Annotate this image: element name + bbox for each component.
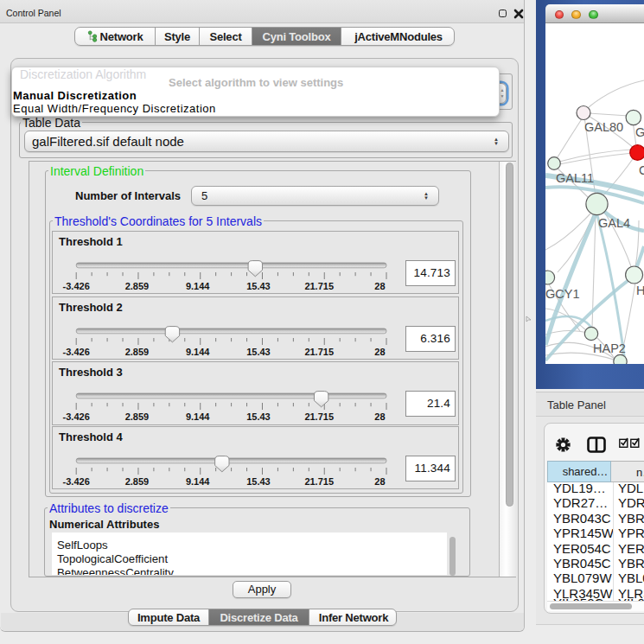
svg-text:-3.426: -3.426 <box>63 280 90 290</box>
svg-text:2.859: 2.859 <box>125 346 150 356</box>
svg-text:GAL4: GAL4 <box>598 216 630 230</box>
svg-text:2.859: 2.859 <box>125 280 150 290</box>
svg-text:2.859: 2.859 <box>125 475 150 486</box>
svg-text:21.715: 21.715 <box>304 475 334 486</box>
svg-text:GCY1: GCY1 <box>545 287 580 301</box>
svg-text:GAL80: GAL80 <box>584 120 623 134</box>
svg-text:2.859: 2.859 <box>125 411 150 422</box>
svg-text:-3.426: -3.426 <box>63 475 90 486</box>
svg-text:15.43: 15.43 <box>246 346 271 356</box>
svg-text:9.144: 9.144 <box>186 411 210 422</box>
svg-text:-3.426: -3.426 <box>63 411 90 422</box>
svg-text:28: 28 <box>374 411 385 422</box>
svg-text:HAP2: HAP2 <box>593 341 626 355</box>
svg-text:H: H <box>636 284 644 297</box>
svg-text:GAL11: GAL11 <box>556 171 594 185</box>
svg-text:21.715: 21.715 <box>304 411 334 422</box>
svg-text:21.715: 21.715 <box>304 346 334 356</box>
svg-text:9.144: 9.144 <box>186 475 210 486</box>
svg-text:21.715: 21.715 <box>304 280 334 290</box>
svg-text:-3.426: -3.426 <box>63 346 90 356</box>
svg-text:28: 28 <box>374 346 385 356</box>
svg-text:GA: GA <box>635 125 644 139</box>
svg-text:9.144: 9.144 <box>186 346 210 356</box>
svg-text:9.144: 9.144 <box>186 280 210 290</box>
svg-text:28: 28 <box>374 475 385 486</box>
svg-text:15.43: 15.43 <box>246 475 271 486</box>
svg-text:15.43: 15.43 <box>246 411 271 422</box>
svg-text:28: 28 <box>374 280 385 290</box>
svg-text:C: C <box>639 163 644 177</box>
svg-text:15.43: 15.43 <box>246 280 271 290</box>
